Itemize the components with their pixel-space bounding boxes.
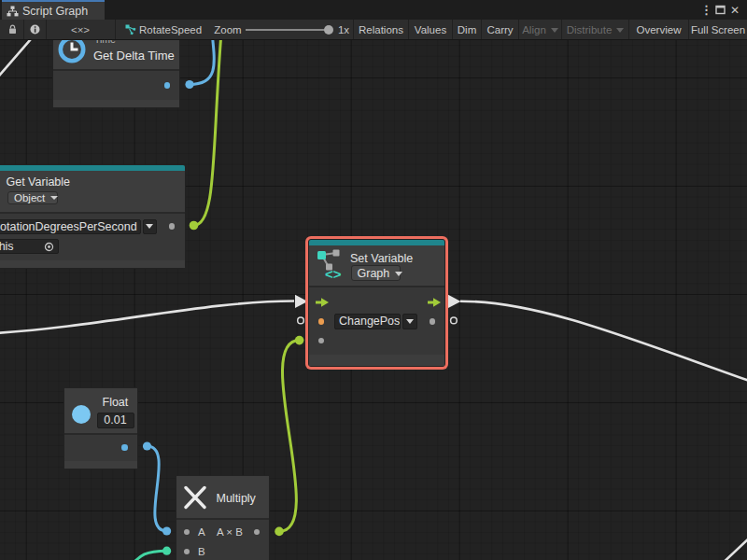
wire-white-top-left[interactable] — [0, 40, 34, 79]
wire-delta-time-out[interactable] — [190, 40, 214, 85]
graph-asset-icon — [123, 20, 138, 39]
zoom-slider-track[interactable] — [246, 29, 326, 31]
toolbar-button-values[interactable]: Values — [409, 20, 452, 39]
toolbar-button-align[interactable]: Align — [519, 20, 561, 39]
toolbar-button-overview[interactable]: Overview — [629, 20, 688, 39]
variable-name-field[interactable]: ChangePos — [334, 314, 401, 329]
node-title: Set Variable — [350, 252, 413, 265]
wire-control-out[interactable] — [460, 301, 747, 383]
tab-bar: Script Graph ⋮ ✕ — [0, 0, 747, 20]
port-b-input[interactable] — [184, 549, 190, 555]
wire-arrowhead-out — [448, 295, 461, 308]
node-float[interactable]: Float 0.01 — [63, 387, 138, 469]
info-icon — [30, 24, 40, 35]
clock-icon — [58, 40, 86, 63]
variable-name-dropdown[interactable] — [402, 314, 417, 329]
float-icon — [71, 404, 92, 425]
info-button[interactable] — [24, 20, 45, 39]
window-menu-icon[interactable]: ⋮ — [700, 0, 712, 20]
toolbar-button-fullscreen[interactable]: Full Screen — [689, 20, 747, 39]
port-variable-value-output[interactable] — [169, 223, 176, 230]
wire-multiply-b-in[interactable] — [131, 551, 167, 560]
node-get-variable[interactable]: Get Variable Object RotationDegreesPerSe… — [0, 164, 186, 269]
node-title: Get Variable — [7, 175, 71, 189]
lock-button[interactable] — [1, 20, 23, 39]
window-maximize-icon[interactable] — [715, 0, 728, 20]
wire-multiply-to-set-variable[interactable] — [279, 341, 300, 532]
zoom-label: Zoom — [214, 20, 242, 39]
dropdown-caret-icon — [146, 224, 153, 229]
port-a-label: A — [198, 526, 205, 538]
graph-toolbar: <×> RotateSpeed Zoom 1x Relations Values… — [0, 20, 747, 40]
wire-endpoint-delta-time — [185, 80, 193, 89]
wire-endpoint-get-variable — [190, 221, 199, 231]
variable-target-field[interactable]: This — [0, 239, 59, 254]
node-get-delta-time[interactable]: Time Get Delta Time — [52, 40, 180, 108]
socket-ring-left[interactable] — [298, 317, 304, 324]
dropdown-caret-icon — [395, 272, 402, 276]
window-close-icon[interactable]: ✕ — [730, 0, 743, 20]
wire-endpoint-set-variable-in — [295, 336, 304, 345]
script-graph-window: Script Graph ⋮ ✕ <×> — [0, 0, 747, 560]
wire-get-variable-out[interactable] — [194, 40, 222, 226]
zoom-slider-knob[interactable] — [324, 25, 333, 35]
port-new-value-output[interactable] — [430, 318, 436, 325]
multiply-icon — [184, 485, 206, 510]
graph-tab-icon — [7, 6, 19, 17]
wire-control-in[interactable] — [0, 301, 294, 334]
align-caret-icon — [551, 28, 558, 33]
variable-name-field[interactable]: RotationDegreesPerSecond — [0, 219, 141, 235]
flow-out-port-icon[interactable] — [428, 298, 441, 307]
node-multiply[interactable]: Multiply A A × B B — [176, 475, 270, 560]
object-picker-icon[interactable] — [44, 242, 54, 252]
tab-title: Script Graph — [22, 5, 88, 18]
dropdown-caret-icon — [50, 196, 58, 200]
port-delta-time-output[interactable] — [164, 82, 171, 89]
flow-in-port-icon[interactable] — [316, 298, 329, 307]
variable-name-dropdown[interactable] — [143, 219, 157, 235]
node-set-variable[interactable]: <> Set Variable Graph ChangePos — [308, 239, 445, 367]
wire-endpoint-float-out — [143, 441, 151, 450]
port-result-label: A × B — [217, 526, 243, 538]
port-value-input[interactable] — [318, 338, 325, 344]
distribute-caret-icon — [616, 28, 624, 33]
set-variable-icon: <> — [317, 249, 345, 281]
code-view-button[interactable]: <×> — [62, 20, 99, 39]
wire-white-bottom-right[interactable] — [719, 535, 747, 560]
lock-icon — [7, 24, 18, 35]
dropdown-caret-icon — [406, 319, 414, 324]
graph-canvas[interactable]: Time Get Delta Time Get Variable Object … — [0, 40, 747, 560]
toolbar-button-relations[interactable]: Relations — [354, 20, 408, 39]
port-a-input[interactable] — [184, 529, 190, 536]
port-b-label: B — [198, 546, 205, 557]
node-title: Float — [103, 396, 129, 409]
zoom-value: 1x — [335, 20, 352, 39]
toolbar-button-distribute[interactable]: Distribute — [562, 20, 628, 39]
wire-float-to-multiply[interactable] — [148, 446, 167, 531]
socket-ring-right[interactable] — [451, 317, 458, 324]
svg-text:<>: <> — [325, 266, 342, 281]
port-result-output[interactable] — [254, 529, 261, 536]
wire-endpoint-multiply-b — [162, 547, 171, 555]
node-category: Time — [94, 40, 116, 45]
wire-endpoint-multiply-a — [162, 526, 171, 535]
wire-endpoint-multiply-out — [275, 527, 284, 537]
float-value-field[interactable]: 0.01 — [97, 413, 134, 429]
port-variable-name-input[interactable] — [318, 318, 325, 325]
wire-arrowhead-in — [295, 295, 308, 308]
port-float-output[interactable] — [121, 444, 128, 451]
node-title: Multiply — [217, 492, 256, 505]
variable-scope-dropdown[interactable]: Object — [7, 191, 58, 205]
graph-name-label: RotateSpeed — [139, 20, 195, 39]
toolbar-button-carry[interactable]: Carry — [482, 20, 518, 39]
tab-script-graph[interactable]: Script Graph — [2, 0, 105, 20]
toolbar-button-dim[interactable]: Dim — [453, 20, 481, 39]
variable-scope-dropdown[interactable]: Graph — [351, 265, 401, 281]
node-title: Get Delta Time — [93, 49, 175, 63]
